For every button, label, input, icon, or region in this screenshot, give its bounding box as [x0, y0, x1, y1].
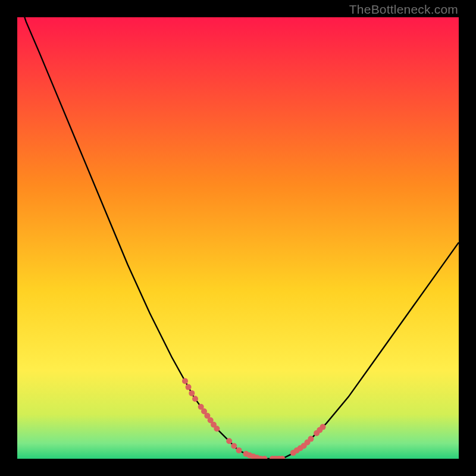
- highlight-dot: [308, 436, 314, 442]
- highlight-dot: [214, 426, 220, 432]
- highlight-dot: [320, 424, 326, 430]
- gradient-background: [17, 17, 459, 459]
- highlight-dot: [182, 378, 188, 384]
- highlight-dot: [231, 443, 237, 449]
- highlight-dot: [226, 438, 232, 444]
- outer-frame: TheBottleneck.com: [0, 0, 476, 476]
- watermark-text: TheBottleneck.com: [349, 2, 458, 17]
- highlight-dot: [192, 396, 198, 402]
- bottleneck-chart: [17, 17, 459, 459]
- highlight-dot: [186, 384, 192, 390]
- highlight-dot: [189, 390, 195, 396]
- highlight-dot: [236, 447, 242, 453]
